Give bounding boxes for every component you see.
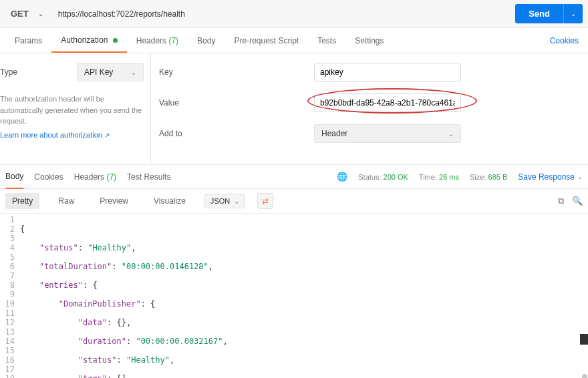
value-label: Value: [159, 98, 314, 108]
auth-type-label: Type: [0, 67, 17, 77]
resp-tab-headers-count: (7): [106, 172, 116, 182]
chevron-down-icon: ⌄: [577, 173, 583, 180]
view-pretty-button[interactable]: Pretty: [5, 193, 39, 209]
tab-prerequest[interactable]: Pre-request Script: [225, 29, 308, 52]
addto-label: Add to: [159, 129, 314, 138]
view-preview-button[interactable]: Preview: [93, 193, 135, 209]
code-content: { "status": "Healthy", "totalDuration": …: [20, 214, 588, 378]
addto-select[interactable]: Header ⌄: [314, 124, 461, 143]
body-view-toolbar: Pretty Raw Preview Visualize JSON ⌄ ⇄ ⧉ …: [0, 189, 588, 214]
time-block: Time: 26 ms: [419, 173, 459, 181]
save-response-link[interactable]: Save Response ⌄: [518, 172, 583, 182]
status-value: 200 OK: [384, 173, 408, 181]
resp-tab-body[interactable]: Body: [5, 165, 23, 189]
send-button-group: Send ⌄: [515, 4, 583, 23]
time-label: Time:: [419, 173, 437, 181]
learn-more-link[interactable]: Learn more about authorization ↗: [0, 131, 144, 139]
key-label: Key: [159, 67, 314, 77]
line-gutter: 12345678910111213141516171819202122: [0, 214, 20, 378]
url-input[interactable]: [54, 7, 510, 21]
annotation-circle: [314, 93, 461, 112]
tab-body[interactable]: Body: [188, 29, 225, 52]
auth-right-column: Key Value Add to Header ⌄: [151, 53, 588, 164]
request-tabs: Params Authorization Headers (7) Body Pr…: [0, 28, 588, 53]
resp-tab-headers[interactable]: Headers (7): [74, 166, 116, 188]
http-method-value: GET: [11, 9, 29, 19]
chevron-down-icon: ⌄: [448, 130, 454, 138]
tab-tests[interactable]: Tests: [308, 29, 345, 52]
size-value: 685 B: [488, 173, 508, 181]
scrollbar[interactable]: [581, 214, 588, 378]
size-label: Size:: [470, 173, 486, 181]
chevron-down-icon: ⌄: [234, 198, 239, 205]
tab-headers[interactable]: Headers (7): [127, 29, 188, 52]
resp-tab-headers-label: Headers: [74, 172, 104, 182]
tab-settings[interactable]: Settings: [345, 29, 393, 52]
tab-params[interactable]: Params: [5, 29, 51, 52]
status-block: Status: 200 OK: [358, 173, 408, 181]
tab-authorization[interactable]: Authorization: [51, 29, 126, 53]
tab-headers-label: Headers: [136, 36, 166, 45]
cookies-link[interactable]: Cookies: [550, 36, 583, 45]
value-input[interactable]: [314, 93, 461, 112]
authorization-panel: Type API Key ⌄ The authorization header …: [0, 53, 588, 165]
format-select[interactable]: JSON ⌄: [204, 194, 245, 208]
chevron-down-icon: ⌄: [38, 10, 43, 17]
response-tabs: Body Cookies Headers (7) Test Results 🌐 …: [0, 165, 588, 189]
resp-tab-tests[interactable]: Test Results: [127, 166, 170, 188]
view-visualize-button[interactable]: Visualize: [147, 193, 192, 209]
wrap-lines-button[interactable]: ⇄: [257, 193, 273, 209]
size-block: Size: 685 B: [470, 173, 507, 181]
external-link-icon: ↗: [104, 132, 110, 139]
save-response-label: Save Response: [518, 172, 575, 182]
response-body-viewer[interactable]: 12345678910111213141516171819202122 { "s…: [0, 214, 588, 378]
auth-type-value: API Key: [84, 67, 113, 77]
tab-headers-count: (7): [168, 36, 178, 45]
auth-type-select[interactable]: API Key ⌄: [77, 63, 144, 81]
addto-value: Header: [321, 129, 347, 138]
active-dot-icon: [113, 38, 118, 43]
scrollbar-thumb[interactable]: [582, 374, 587, 378]
auth-left-column: Type API Key ⌄ The authorization header …: [0, 53, 151, 164]
status-label: Status:: [358, 173, 381, 181]
key-input[interactable]: [314, 63, 461, 81]
view-raw-button[interactable]: Raw: [51, 193, 81, 209]
text-cursor-icon: [580, 334, 588, 345]
tab-authorization-label: Authorization: [61, 35, 108, 45]
auth-description: The authorization header will be automat…: [0, 93, 144, 127]
resp-tab-cookies[interactable]: Cookies: [34, 166, 63, 188]
search-icon[interactable]: 🔍: [572, 196, 583, 206]
learn-more-label: Learn more about authorization: [0, 131, 102, 139]
time-value: 26 ms: [439, 173, 459, 181]
copy-icon[interactable]: ⧉: [558, 196, 564, 206]
format-value: JSON: [210, 197, 230, 205]
http-method-select[interactable]: GET ⌄: [5, 6, 49, 21]
chevron-down-icon: ⌄: [131, 69, 136, 76]
network-icon[interactable]: 🌐: [337, 172, 347, 182]
request-url-bar: GET ⌄ Send ⌄: [0, 0, 588, 28]
send-button[interactable]: Send: [515, 4, 563, 23]
send-dropdown-button[interactable]: ⌄: [563, 4, 583, 23]
